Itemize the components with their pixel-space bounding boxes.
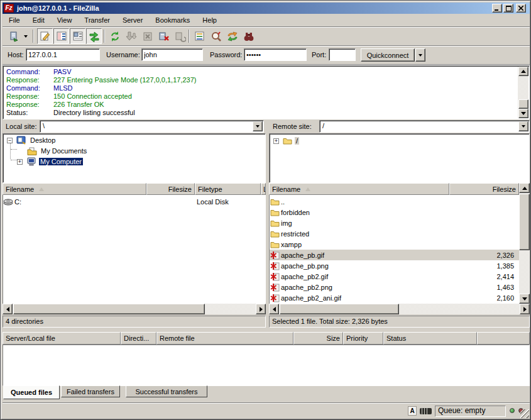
process-queue-button[interactable] bbox=[123, 28, 139, 44]
scroll-right-button[interactable] bbox=[256, 304, 266, 314]
file-row[interactable]: apache_pb2_ani.gif 2,160 bbox=[270, 292, 519, 303]
port-input[interactable] bbox=[329, 48, 356, 61]
log-scrollbar[interactable] bbox=[518, 67, 528, 118]
sort-asc-icon bbox=[305, 187, 310, 191]
column-direction[interactable]: Directi... bbox=[121, 332, 156, 345]
file-row[interactable]: apache_pb2.gif 2,414 bbox=[270, 271, 519, 282]
toggle-message-log-button[interactable] bbox=[37, 28, 53, 44]
resize-grip[interactable] bbox=[520, 409, 529, 418]
disconnect-button[interactable] bbox=[156, 28, 172, 44]
tree-item-my-documents[interactable]: My Documents bbox=[27, 146, 88, 156]
synchronized-browsing-button[interactable] bbox=[224, 28, 240, 44]
column-label: Priority bbox=[346, 334, 368, 342]
column-filename[interactable]: Filename bbox=[269, 183, 449, 195]
column-blank bbox=[477, 332, 530, 345]
column-remote-file[interactable]: Remote file bbox=[156, 332, 293, 345]
log-text: 226 Transfer OK bbox=[53, 101, 104, 109]
tree-item-desktop[interactable]: − Desktop bbox=[7, 135, 57, 145]
refresh-button[interactable] bbox=[107, 28, 123, 44]
column-priority[interactable]: Priority bbox=[343, 332, 383, 345]
minimize-button[interactable] bbox=[492, 4, 502, 13]
scroll-thumb[interactable] bbox=[519, 194, 530, 250]
column-server-local-file[interactable]: Server/Local file bbox=[3, 332, 121, 345]
maximize-button[interactable] bbox=[503, 4, 513, 13]
scroll-left-button[interactable] bbox=[3, 304, 13, 314]
data-type-ascii-icon: A bbox=[408, 406, 417, 416]
menu-help[interactable]: Help bbox=[196, 14, 223, 26]
host-input[interactable] bbox=[26, 48, 100, 61]
menu-view[interactable]: View bbox=[51, 14, 79, 26]
folder-row[interactable]: forbidden bbox=[270, 207, 519, 218]
toggle-remote-tree-button[interactable] bbox=[70, 28, 85, 44]
column-filename[interactable]: Filename bbox=[3, 183, 146, 195]
expand-icon[interactable]: + bbox=[273, 138, 279, 144]
tab-successful-transfers[interactable]: Successful transfers bbox=[126, 385, 207, 397]
toggle-local-tree-button[interactable] bbox=[53, 28, 69, 44]
quickconnect-dropdown[interactable] bbox=[415, 48, 425, 62]
menu-edit[interactable]: Edit bbox=[26, 14, 51, 26]
column-filetype[interactable]: Filetype bbox=[195, 183, 261, 195]
column-status[interactable]: Status bbox=[383, 332, 477, 345]
folder-row[interactable]: img bbox=[270, 218, 519, 228]
pane-splitter[interactable] bbox=[266, 120, 269, 329]
column-size[interactable]: Size bbox=[293, 332, 343, 345]
file-row[interactable]: apache_pb2.png 1,463 bbox=[270, 282, 519, 292]
log-text: MLSD bbox=[53, 84, 73, 92]
reconnect-button[interactable] bbox=[172, 28, 188, 44]
log-text: 150 Connection accepted bbox=[53, 92, 132, 101]
local-site-combobox[interactable]: \ bbox=[40, 120, 264, 133]
folder-row[interactable]: .. bbox=[270, 196, 519, 207]
tab-queued-files[interactable]: Queued files bbox=[3, 385, 60, 399]
directory-filter-button[interactable] bbox=[192, 28, 207, 44]
tree-item-my-computer[interactable]: + My Computer bbox=[17, 157, 83, 167]
file-row[interactable]: apache_pb.png 1,385 bbox=[270, 260, 519, 271]
local-tree: − Desktop My Documents + My Computer bbox=[3, 133, 266, 183]
scroll-up-button[interactable] bbox=[519, 183, 530, 193]
file-row-selected[interactable]: apache_pb.gif 2,326 bbox=[270, 250, 519, 260]
tree-guide bbox=[11, 149, 17, 150]
remote-site-dropdown[interactable] bbox=[518, 121, 528, 131]
column-label: Status bbox=[386, 334, 406, 342]
site-manager-button[interactable] bbox=[6, 28, 21, 44]
scroll-thumb[interactable] bbox=[518, 99, 528, 109]
menu-server[interactable]: Server bbox=[116, 14, 149, 26]
toggle-queue-button[interactable] bbox=[86, 28, 102, 44]
folder-row[interactable]: restricted bbox=[270, 228, 519, 239]
tab-failed-transfers[interactable]: Failed transfers bbox=[61, 385, 120, 397]
menu-bookmarks[interactable]: Bookmarks bbox=[149, 14, 196, 26]
local-site-dropdown[interactable] bbox=[253, 121, 263, 131]
remote-hscrollbar[interactable] bbox=[269, 304, 530, 314]
scroll-right-button[interactable] bbox=[520, 304, 530, 314]
menu-transfer[interactable]: Transfer bbox=[78, 14, 116, 26]
password-input[interactable] bbox=[244, 48, 307, 61]
scroll-up-button[interactable] bbox=[518, 67, 528, 76]
remote-site-combobox[interactable]: / bbox=[319, 120, 530, 133]
column-filesize[interactable]: Filesize bbox=[146, 183, 195, 195]
image-file-icon bbox=[270, 283, 280, 292]
compare-directories-button[interactable] bbox=[208, 28, 224, 44]
column-lastmodified[interactable]: L bbox=[261, 183, 266, 195]
close-icon bbox=[518, 6, 523, 11]
find-files-button[interactable] bbox=[241, 28, 256, 44]
scroll-down-button[interactable] bbox=[518, 109, 528, 118]
folder-row[interactable]: xampp bbox=[270, 239, 519, 250]
scroll-thumb[interactable] bbox=[13, 304, 205, 314]
file-name: img bbox=[281, 219, 292, 227]
username-input[interactable] bbox=[141, 48, 203, 61]
menu-file[interactable]: File bbox=[3, 14, 26, 26]
column-filesize[interactable]: Filesize bbox=[449, 183, 519, 195]
expand-icon[interactable]: + bbox=[17, 159, 23, 165]
cancel-button[interactable] bbox=[140, 28, 155, 44]
collapse-icon[interactable]: − bbox=[7, 138, 13, 143]
scroll-thumb[interactable] bbox=[280, 304, 399, 314]
scroll-left-button[interactable] bbox=[269, 304, 279, 314]
quickconnect-button[interactable]: Quickconnect bbox=[361, 48, 415, 62]
local-hscrollbar[interactable] bbox=[3, 304, 266, 314]
remote-list-scrollbar[interactable] bbox=[519, 183, 530, 304]
compare-icon bbox=[211, 31, 222, 42]
file-row-c-drive[interactable]: C: Local Disk bbox=[3, 196, 266, 207]
close-button[interactable] bbox=[516, 4, 526, 13]
scroll-down-button[interactable] bbox=[519, 294, 530, 304]
tree-item-root[interactable]: + / bbox=[273, 136, 299, 146]
site-manager-dropdown[interactable] bbox=[21, 28, 30, 44]
